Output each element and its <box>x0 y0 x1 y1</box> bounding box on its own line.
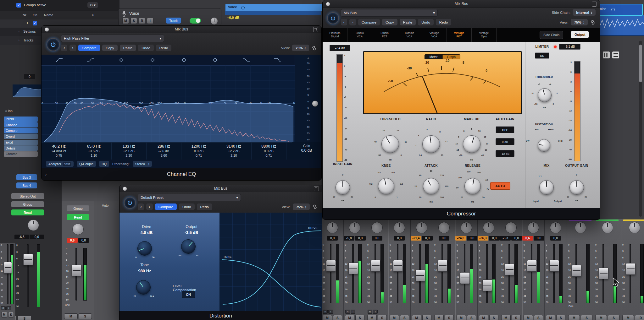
channel-fader[interactable]: 03612182130364550 <box>15 243 58 308</box>
graph-tab[interactable]: Graph <box>442 55 460 59</box>
next-preset-button[interactable]: › <box>349 19 356 25</box>
solo-button[interactable]: S <box>400 315 409 320</box>
plugin-slot[interactable]: Compre <box>4 128 38 133</box>
mute-button[interactable]: M <box>367 315 377 320</box>
input-monitor-button[interactable]: I <box>373 310 378 314</box>
input-monitor-button[interactable]: I <box>351 310 355 314</box>
solo-button[interactable]: S <box>608 315 619 320</box>
voice-track-header[interactable]: Voice M S R I Track <box>118 8 221 26</box>
band-8-lowpass-icon[interactable] <box>273 57 281 62</box>
track-pan-knob[interactable] <box>210 17 218 25</box>
eq-band[interactable]: 8800 Hz 0.0 dB 0.71 <box>252 143 286 160</box>
input-gain-knob[interactable]: dB 0-3030 <box>329 174 357 201</box>
prev-preset-button[interactable]: ‹ <box>341 19 347 25</box>
compare-button[interactable]: Compare <box>155 203 177 210</box>
compressor-titlebar[interactable]: Mix Bus <box>323 0 600 8</box>
attack-knob[interactable]: ms 10204080120160200 <box>415 170 447 203</box>
solo-button[interactable]: D <box>635 315 644 320</box>
output-view-button[interactable]: Output <box>571 31 589 38</box>
channel-fader[interactable]: 03612182130364550 <box>500 243 522 304</box>
redo-button[interactable]: Redo <box>436 19 452 25</box>
copy-button[interactable]: Copy <box>102 45 118 51</box>
pan-knob[interactable] <box>461 222 472 233</box>
pan-knob[interactable] <box>602 222 613 233</box>
mixer-channel-strip[interactable]: 0,0 03612182130364550 R I M S <box>321 219 344 320</box>
fader-track[interactable] <box>486 244 488 303</box>
automation-read-button[interactable]: Read <box>11 209 44 215</box>
solo-button[interactable]: S <box>378 315 387 320</box>
eq-band[interactable]: 65.0 Hz +3.5 dB 1.10 <box>76 143 111 160</box>
eq-band[interactable]: 133 Hz +2.1 dB 2.30 <box>112 143 147 160</box>
fader-cap[interactable] <box>527 260 537 272</box>
solo-button[interactable]: S <box>130 18 137 24</box>
distortion-titlebar[interactable]: Mix Bus <box>119 185 322 192</box>
solo-button[interactable]: S <box>422 315 432 320</box>
undo-button[interactable]: Undo <box>179 203 195 210</box>
solo-button[interactable]: S <box>581 315 592 320</box>
solo-button[interactable]: S <box>333 315 342 320</box>
eq-master-gain-knob[interactable] <box>312 100 318 107</box>
mixer-channel-strip[interactable]: 0,6 0,0 03612182130364550 R I M S <box>522 219 545 320</box>
distortion-amount-knob[interactable] <box>532 133 556 157</box>
channel-fader[interactable]: 03612182130364550 <box>455 243 477 304</box>
solo-button[interactable]: S <box>8 312 14 317</box>
group-selector[interactable]: Group <box>67 205 89 211</box>
fader-track[interactable] <box>375 244 376 303</box>
fader-cap[interactable] <box>549 260 559 272</box>
auto-gain-off-button[interactable]: OFF <box>496 126 514 133</box>
tone-value[interactable]: 980 Hz <box>138 268 151 273</box>
meter-graph-toggle[interactable]: Meter Graph <box>425 54 460 59</box>
close-icon[interactable] <box>45 27 49 32</box>
fader-track[interactable] <box>397 244 398 303</box>
meter-tab[interactable]: Meter <box>425 55 442 59</box>
volume-readout[interactable]: -24,0 <box>455 236 466 241</box>
mute-button[interactable]: M <box>345 315 354 320</box>
band-1-highpass-icon[interactable] <box>55 57 63 62</box>
solo-button[interactable]: S <box>445 315 454 320</box>
release-knob[interactable]: ms 20501002005001k2k5k <box>456 170 489 203</box>
auto-gain-minus12-button[interactable]: -12 dB <box>496 150 514 157</box>
record-button[interactable]: R <box>345 310 350 314</box>
mixer-channel-strip[interactable]: 03612182130364550 R I M S <box>594 219 621 320</box>
paste-button[interactable]: Paste <box>120 45 136 51</box>
channel-fader[interactable]: 03612182130364550 <box>545 243 567 304</box>
fader-cap[interactable] <box>460 272 470 284</box>
mute-button[interactable]: M <box>501 315 511 320</box>
volume-readout[interactable]: 0,6 <box>67 238 78 243</box>
close-icon[interactable] <box>123 187 127 191</box>
output-selector[interactable]: Stereo Out <box>11 193 44 199</box>
mixer-channel-strip[interactable]: -24,0 0,0 03612182130364550 R I M S <box>455 219 478 320</box>
next-preset-button[interactable]: › <box>146 203 153 210</box>
mixer-channel-strip[interactable]: -5,3 0,0 03612182130364550 R I M S <box>500 219 522 320</box>
band-7-highshelf-icon[interactable] <box>242 57 250 62</box>
volume-readout[interactable]: 0,0 <box>439 236 449 241</box>
pan-knob[interactable] <box>349 222 360 233</box>
view-zoom-dropdown[interactable]: 75%▴▾ <box>292 45 309 51</box>
input-monitor-button[interactable]: I <box>6 306 11 310</box>
channel-fader[interactable]: 03612182130364550 <box>366 243 388 304</box>
record-button[interactable]: R <box>368 310 372 314</box>
right-region-wave[interactable] <box>600 15 644 36</box>
volume-readout[interactable]: -36,3 <box>478 236 488 241</box>
analyzer-mode-badge[interactable]: POST <box>63 162 71 166</box>
bus3-send[interactable]: Bus 3 <box>16 174 37 180</box>
view-mode-button-2[interactable] <box>612 52 619 58</box>
pan-knob[interactable] <box>416 222 427 233</box>
peak-readout[interactable]: 0,0 <box>511 236 522 241</box>
eq-graph[interactable]: 2030405060801002003004005008001k2k3k4k6k… <box>42 55 321 142</box>
peak-readout[interactable]: 0,0 <box>534 236 544 241</box>
eq-band[interactable]: 40.2 Hz 24 dB/Oct 0.75 <box>42 143 76 160</box>
peak-readout[interactable]: 0,0 <box>30 235 44 239</box>
record-button[interactable]: R <box>1 306 6 310</box>
limiter-threshold-knob[interactable]: dB -10-8-6-4-20 <box>531 82 558 108</box>
plugin-slot[interactable]: Channe <box>4 122 38 127</box>
link-icon[interactable] <box>590 19 596 25</box>
bus4-send[interactable]: Bus 4 <box>16 182 37 188</box>
tone-knob[interactable]: 2020 k <box>130 274 157 301</box>
distortion-window[interactable]: Mix Bus Default Preset ▾ ‹ › Compare Und… <box>119 185 322 320</box>
pan-knob[interactable] <box>528 222 539 233</box>
mute-button[interactable]: M <box>595 315 607 320</box>
volume-readout[interactable]: 0,0 <box>372 236 382 241</box>
drive-knob[interactable]: 050 <box>131 235 158 262</box>
fader-cap[interactable] <box>438 260 447 272</box>
